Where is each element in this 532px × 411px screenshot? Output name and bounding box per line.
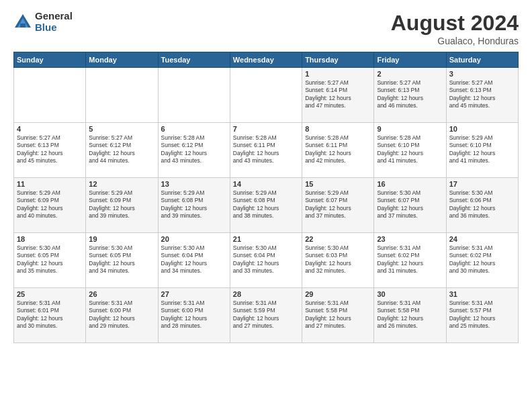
calendar-cell: 8Sunrise: 5:28 AM Sunset: 6:11 PM Daylig… xyxy=(302,123,374,178)
week-row-3: 11Sunrise: 5:29 AM Sunset: 6:09 PM Dayli… xyxy=(14,178,519,233)
calendar-cell: 18Sunrise: 5:30 AM Sunset: 6:05 PM Dayli… xyxy=(14,233,86,288)
calendar-cell: 10Sunrise: 5:29 AM Sunset: 6:10 PM Dayli… xyxy=(446,123,518,178)
calendar-cell: 28Sunrise: 5:31 AM Sunset: 5:59 PM Dayli… xyxy=(230,288,302,343)
day-info: Sunrise: 5:29 AM Sunset: 6:08 PM Dayligh… xyxy=(161,189,227,220)
day-info: Sunrise: 5:28 AM Sunset: 6:12 PM Dayligh… xyxy=(161,134,227,165)
day-info: Sunrise: 5:30 AM Sunset: 6:05 PM Dayligh… xyxy=(17,244,83,275)
day-number: 13 xyxy=(161,180,227,188)
day-number: 28 xyxy=(233,290,299,298)
day-number: 24 xyxy=(449,235,515,243)
calendar-cell: 22Sunrise: 5:30 AM Sunset: 6:03 PM Dayli… xyxy=(302,233,374,288)
logo-icon xyxy=(13,13,32,32)
day-info: Sunrise: 5:31 AM Sunset: 6:00 PM Dayligh… xyxy=(89,300,154,330)
day-info: Sunrise: 5:30 AM Sunset: 6:07 PM Dayligh… xyxy=(377,189,443,220)
day-number: 5 xyxy=(89,125,154,133)
calendar-cell: 30Sunrise: 5:31 AM Sunset: 5:58 PM Dayli… xyxy=(374,288,446,343)
calendar-cell xyxy=(230,68,302,123)
day-info: Sunrise: 5:30 AM Sunset: 6:03 PM Dayligh… xyxy=(305,244,371,275)
day-number: 22 xyxy=(305,235,371,243)
calendar-cell: 16Sunrise: 5:30 AM Sunset: 6:07 PM Dayli… xyxy=(374,178,446,233)
calendar-cell: 12Sunrise: 5:29 AM Sunset: 6:09 PM Dayli… xyxy=(86,178,158,233)
day-info: Sunrise: 5:28 AM Sunset: 6:11 PM Dayligh… xyxy=(233,134,299,165)
day-header-wednesday: Wednesday xyxy=(230,52,302,68)
day-info: Sunrise: 5:27 AM Sunset: 6:13 PM Dayligh… xyxy=(377,79,443,110)
day-number: 12 xyxy=(89,180,154,188)
week-row-4: 18Sunrise: 5:30 AM Sunset: 6:05 PM Dayli… xyxy=(14,233,519,288)
week-row-5: 25Sunrise: 5:31 AM Sunset: 6:01 PM Dayli… xyxy=(14,288,519,343)
logo-text: General Blue xyxy=(35,11,73,33)
day-number: 9 xyxy=(377,125,443,133)
day-number: 21 xyxy=(233,235,299,243)
calendar-cell: 6Sunrise: 5:28 AM Sunset: 6:12 PM Daylig… xyxy=(158,123,230,178)
day-info: Sunrise: 5:31 AM Sunset: 6:02 PM Dayligh… xyxy=(377,244,443,275)
day-info: Sunrise: 5:29 AM Sunset: 6:09 PM Dayligh… xyxy=(17,189,83,220)
day-info: Sunrise: 5:30 AM Sunset: 6:04 PM Dayligh… xyxy=(161,244,227,275)
calendar-cell: 24Sunrise: 5:31 AM Sunset: 6:02 PM Dayli… xyxy=(446,233,518,288)
calendar-cell: 17Sunrise: 5:30 AM Sunset: 6:06 PM Dayli… xyxy=(446,178,518,233)
day-number: 11 xyxy=(17,180,83,188)
day-number: 27 xyxy=(161,290,227,298)
day-number: 17 xyxy=(449,180,515,188)
calendar-cell: 13Sunrise: 5:29 AM Sunset: 6:08 PM Dayli… xyxy=(158,178,230,233)
day-info: Sunrise: 5:29 AM Sunset: 6:07 PM Dayligh… xyxy=(305,189,371,220)
calendar-cell: 27Sunrise: 5:31 AM Sunset: 6:00 PM Dayli… xyxy=(158,288,230,343)
location: Gualaco, Honduras xyxy=(391,36,519,46)
day-header-tuesday: Tuesday xyxy=(158,52,230,68)
day-number: 3 xyxy=(449,70,515,78)
calendar-cell: 19Sunrise: 5:30 AM Sunset: 6:05 PM Dayli… xyxy=(86,233,158,288)
day-info: Sunrise: 5:31 AM Sunset: 6:00 PM Dayligh… xyxy=(161,300,227,330)
day-info: Sunrise: 5:31 AM Sunset: 5:59 PM Dayligh… xyxy=(233,300,299,330)
month-title: August 2024 xyxy=(391,11,519,36)
day-info: Sunrise: 5:29 AM Sunset: 6:08 PM Dayligh… xyxy=(233,189,299,220)
calendar-cell: 26Sunrise: 5:31 AM Sunset: 6:00 PM Dayli… xyxy=(86,288,158,343)
page: General Blue August 2024 Gualaco, Hondur… xyxy=(0,0,532,411)
calendar-cell: 3Sunrise: 5:27 AM Sunset: 6:13 PM Daylig… xyxy=(446,68,518,123)
day-header-saturday: Saturday xyxy=(446,52,518,68)
logo: General Blue xyxy=(13,11,73,33)
day-header-friday: Friday xyxy=(374,52,446,68)
day-number: 8 xyxy=(305,125,371,133)
day-number: 23 xyxy=(377,235,443,243)
svg-rect-2 xyxy=(20,24,26,28)
day-number: 25 xyxy=(17,290,83,298)
day-number: 14 xyxy=(233,180,299,188)
day-number: 31 xyxy=(449,290,515,298)
day-info: Sunrise: 5:31 AM Sunset: 6:02 PM Dayligh… xyxy=(449,244,515,275)
day-info: Sunrise: 5:30 AM Sunset: 6:04 PM Dayligh… xyxy=(233,244,299,275)
calendar-cell xyxy=(158,68,230,123)
calendar-cell xyxy=(14,68,86,123)
calendar-cell: 20Sunrise: 5:30 AM Sunset: 6:04 PM Dayli… xyxy=(158,233,230,288)
week-row-2: 4Sunrise: 5:27 AM Sunset: 6:13 PM Daylig… xyxy=(14,123,519,178)
day-info: Sunrise: 5:30 AM Sunset: 6:06 PM Dayligh… xyxy=(449,189,515,220)
day-header-monday: Monday xyxy=(86,52,158,68)
calendar-cell xyxy=(86,68,158,123)
day-info: Sunrise: 5:27 AM Sunset: 6:12 PM Dayligh… xyxy=(89,134,154,165)
calendar-cell: 4Sunrise: 5:27 AM Sunset: 6:13 PM Daylig… xyxy=(14,123,86,178)
day-number: 1 xyxy=(305,70,371,78)
day-info: Sunrise: 5:27 AM Sunset: 6:14 PM Dayligh… xyxy=(305,79,371,110)
day-number: 18 xyxy=(17,235,83,243)
day-number: 16 xyxy=(377,180,443,188)
day-number: 6 xyxy=(161,125,227,133)
calendar-cell: 9Sunrise: 5:28 AM Sunset: 6:10 PM Daylig… xyxy=(374,123,446,178)
day-info: Sunrise: 5:30 AM Sunset: 6:05 PM Dayligh… xyxy=(89,244,154,275)
calendar-cell: 2Sunrise: 5:27 AM Sunset: 6:13 PM Daylig… xyxy=(374,68,446,123)
day-info: Sunrise: 5:31 AM Sunset: 5:58 PM Dayligh… xyxy=(305,300,371,330)
day-info: Sunrise: 5:31 AM Sunset: 5:57 PM Dayligh… xyxy=(449,300,515,330)
calendar-cell: 29Sunrise: 5:31 AM Sunset: 5:58 PM Dayli… xyxy=(302,288,374,343)
week-row-1: 1Sunrise: 5:27 AM Sunset: 6:14 PM Daylig… xyxy=(14,68,519,123)
day-number: 20 xyxy=(161,235,227,243)
day-info: Sunrise: 5:31 AM Sunset: 5:58 PM Dayligh… xyxy=(377,300,443,330)
title-block: August 2024 Gualaco, Honduras xyxy=(391,11,519,46)
day-info: Sunrise: 5:27 AM Sunset: 6:13 PM Dayligh… xyxy=(449,79,515,110)
day-number: 2 xyxy=(377,70,443,78)
day-info: Sunrise: 5:29 AM Sunset: 6:09 PM Dayligh… xyxy=(89,189,154,220)
day-info: Sunrise: 5:27 AM Sunset: 6:13 PM Dayligh… xyxy=(17,134,83,165)
day-number: 19 xyxy=(89,235,154,243)
header: General Blue August 2024 Gualaco, Hondur… xyxy=(13,11,519,46)
day-number: 26 xyxy=(89,290,154,298)
calendar-cell: 5Sunrise: 5:27 AM Sunset: 6:12 PM Daylig… xyxy=(86,123,158,178)
day-number: 10 xyxy=(449,125,515,133)
day-info: Sunrise: 5:28 AM Sunset: 6:10 PM Dayligh… xyxy=(377,134,443,165)
calendar-cell: 25Sunrise: 5:31 AM Sunset: 6:01 PM Dayli… xyxy=(14,288,86,343)
